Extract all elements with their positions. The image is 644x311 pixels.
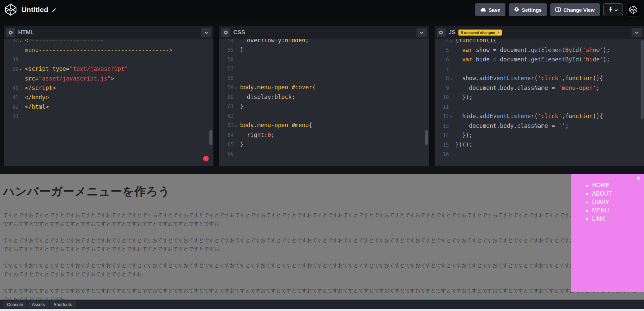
code-line[interactable]: 41</body> — [4, 93, 213, 102]
resize-divider[interactable] — [0, 166, 644, 174]
line-gutter: 14 — [435, 131, 453, 140]
line-number: 9 — [446, 85, 449, 91]
code-line[interactable]: 8▾show.addEventListener('click',function… — [435, 74, 644, 84]
js-editor-settings-button[interactable] — [437, 28, 446, 37]
code-line[interactable]: 7 — [435, 64, 644, 74]
menu-close-icon[interactable]: × — [636, 174, 640, 182]
code-line[interactable]: 61} — [219, 102, 429, 111]
code-line[interactable]: 40</script> — [4, 84, 213, 93]
code-line[interactable]: 12▾hide.addEventListener('click',functio… — [435, 112, 644, 121]
tab-assets[interactable]: Assets — [28, 301, 49, 308]
js-code-editor[interactable]: 4▾(function(){5var show = document.getEl… — [435, 39, 644, 166]
code-line[interactable]: 54overflow-y:hidden; — [219, 39, 429, 45]
html-error-badge[interactable]: ! — [203, 156, 209, 161]
edit-title-icon[interactable] — [52, 7, 57, 12]
fold-arrow-icon[interactable]: ▾ — [18, 65, 23, 74]
menu-item-link[interactable]: LINK — [592, 215, 644, 222]
code-line[interactable]: 62 — [219, 111, 429, 121]
code-line[interactable]: 37▾<!--------------------- — [4, 39, 213, 46]
fold-arrow-icon[interactable]: ▾ — [449, 74, 453, 84]
line-gutter: 64 — [219, 131, 238, 140]
line-gutter: 37▾ — [4, 39, 23, 46]
code-line[interactable]: 14}); — [435, 131, 644, 140]
html-collapse-button[interactable] — [201, 28, 211, 37]
code-line[interactable]: 39▾<script type="text/javascript" — [4, 64, 213, 74]
unsaved-changes-label: 5 unsaved changes — [461, 31, 495, 35]
tab-shortcuts[interactable]: Shortcuts — [50, 301, 76, 308]
code-line[interactable]: 4▾(function(){ — [435, 39, 644, 46]
code-line[interactable]: 57 — [219, 64, 429, 73]
line-gutter: 9 — [435, 84, 453, 93]
code-text: } — [240, 102, 243, 111]
code-line[interactable]: 59▾body.menu-open #cover{ — [219, 83, 429, 93]
code-line[interactable]: 66 — [219, 149, 429, 159]
unsaved-changes-badge[interactable]: 5 unsaved changes × — [458, 30, 502, 36]
change-view-button[interactable]: Change View — [550, 3, 600, 16]
line-number: 14 — [443, 133, 449, 139]
code-text: hide.addEventListener('click',function()… — [455, 112, 603, 121]
code-text: document.body.className = ''; — [455, 121, 569, 131]
code-line[interactable]: 38 — [4, 55, 213, 64]
code-line[interactable]: 11 — [435, 102, 644, 112]
menu-item-menu[interactable]: MENU — [592, 207, 644, 214]
css-editor-settings-button[interactable] — [221, 28, 230, 37]
js-collapse-button[interactable] — [632, 28, 642, 37]
code-line[interactable]: 10}); — [435, 93, 644, 102]
code-line[interactable]: 9document.body.className = 'menu-open'; — [435, 84, 644, 93]
line-gutter: 57 — [219, 64, 238, 73]
html-code-editor[interactable]: 37▾<!---------------------menu----------… — [4, 39, 213, 166]
code-text: var hide = document.getElementById('hide… — [455, 55, 610, 64]
line-gutter: 38 — [4, 55, 23, 64]
code-line[interactable]: 65} — [219, 140, 429, 149]
badge-close-icon[interactable]: × — [497, 31, 499, 35]
code-text: var show = document.getElementById('show… — [455, 46, 610, 55]
line-gutter: 39▾ — [4, 64, 23, 74]
css-scrollbar-thumb[interactable] — [425, 130, 428, 145]
menu-item-home[interactable]: HOME — [592, 182, 644, 189]
line-gutter: 41 — [4, 93, 23, 102]
code-line[interactable]: src="asset/javascript.js"> — [4, 74, 213, 84]
code-line[interactable]: 60display:block; — [219, 93, 429, 102]
code-text: right:0; — [240, 131, 274, 140]
fold-arrow-icon[interactable]: ▾ — [234, 121, 238, 131]
tab-console[interactable]: Console — [3, 301, 27, 308]
code-line[interactable]: 64right:0; — [219, 131, 429, 140]
code-line[interactable]: menu------------------------------------… — [4, 46, 213, 55]
menu-item-diary[interactable]: DIARY — [592, 199, 644, 205]
code-line[interactable]: 42</html> — [4, 102, 213, 112]
code-line[interactable]: 5var show = document.getElementById('sho… — [435, 46, 644, 55]
line-number: 43 — [12, 113, 18, 119]
avatar-logo-icon — [629, 5, 638, 14]
pin-layout-button[interactable] — [603, 3, 623, 16]
fold-arrow-icon[interactable]: ▾ — [449, 39, 453, 46]
line-gutter: 54 — [219, 39, 238, 45]
code-text: }); — [455, 131, 473, 140]
code-text: <script type="text/javascript" — [25, 64, 128, 74]
code-line[interactable]: 43 — [4, 112, 213, 121]
css-collapse-button[interactable] — [416, 28, 427, 37]
code-line[interactable]: 63▾body.menu-open #menu{ — [219, 121, 429, 131]
code-line[interactable]: 16 — [435, 150, 644, 159]
code-line[interactable]: 55} — [219, 45, 429, 55]
css-code-editor[interactable]: 54overflow-y:hidden;55}56575859▾body.men… — [219, 39, 429, 166]
preview-pane: ハンバーガーメニューを作ろう てすとですおてすとですとですおてすとですおてすとで… — [0, 174, 644, 300]
html-scrollbar-thumb[interactable] — [209, 130, 212, 145]
html-editor-settings-button[interactable] — [6, 28, 15, 37]
save-button[interactable]: Save — [475, 3, 505, 16]
menu-item-about[interactable]: ABOUT — [592, 190, 644, 197]
avatar[interactable] — [627, 3, 640, 16]
settings-button[interactable]: Settings — [509, 3, 547, 16]
line-number: 42 — [12, 104, 18, 110]
codepen-logo-icon[interactable] — [4, 3, 17, 16]
code-line[interactable]: 6var hide = document.getElementById('hid… — [435, 55, 644, 64]
code-line[interactable]: 56 — [219, 55, 429, 64]
fold-arrow-icon[interactable]: ▾ — [449, 112, 453, 121]
code-line[interactable]: 13document.body.className = ''; — [435, 121, 644, 131]
line-gutter — [4, 46, 23, 55]
line-number: 65 — [228, 142, 234, 148]
fold-arrow-icon[interactable]: ▾ — [234, 84, 238, 93]
fold-arrow-icon[interactable]: ▾ — [18, 39, 23, 46]
js-scrollbar-thumb[interactable] — [641, 40, 644, 119]
code-line[interactable]: 15})(); — [435, 140, 644, 150]
code-line[interactable]: 58 — [219, 73, 429, 83]
